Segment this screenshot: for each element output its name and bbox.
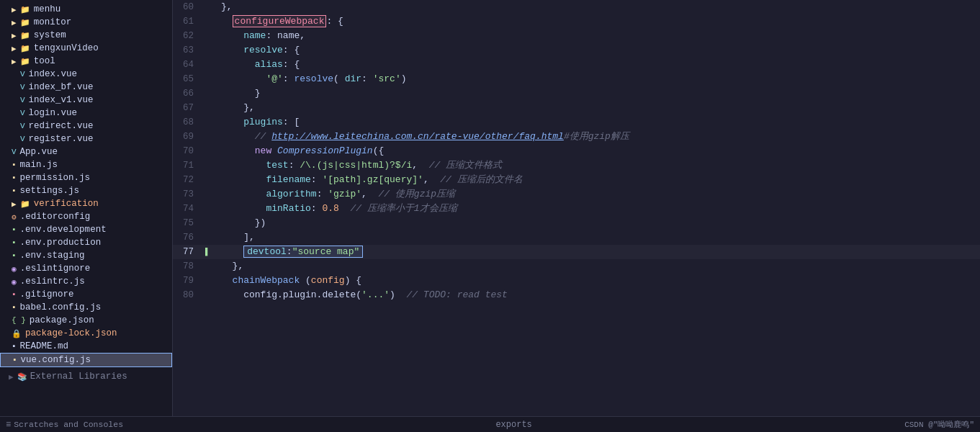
sidebar-item-index-vue[interactable]: V index.vue xyxy=(0,68,172,81)
sidebar-item-eslintignore[interactable]: ◉ .eslintignore xyxy=(0,262,172,275)
table-row: 67 }, xyxy=(173,101,980,115)
line-number: 69 xyxy=(173,130,205,144)
sidebar-item-gitignore[interactable]: ▪ .gitignore xyxy=(0,288,172,301)
line-content: name: name, xyxy=(215,29,980,43)
eslint-file-icon: ◉ xyxy=(12,277,17,287)
sidebar-item-babel-config[interactable]: ▪ babel.config.js xyxy=(0,301,172,314)
line-gutter xyxy=(205,58,215,72)
line-content: } xyxy=(215,86,980,101)
js-file-icon: ▪ xyxy=(12,186,17,195)
sidebar-item-tool[interactable]: ▶ 📁 tool xyxy=(0,55,172,68)
sidebar-item-app-vue[interactable]: V App.vue xyxy=(0,145,172,158)
scratches-label: Scratches and Consoles xyxy=(14,420,123,429)
folder-icon: 📁 xyxy=(20,31,30,40)
line-content: ], xyxy=(215,230,980,245)
git-file-icon: ▪ xyxy=(12,290,17,299)
code-editor[interactable]: 60 }, 61 configureWebpack: { 62 name: na… xyxy=(173,0,980,416)
table-row: 78 }, xyxy=(173,259,980,274)
line-number: 65 xyxy=(173,72,205,86)
line-gutter xyxy=(205,72,215,86)
vue-file-icon: V xyxy=(20,83,25,91)
table-row: 68 plugins: [ xyxy=(173,115,980,130)
table-row: 69 // http://www.leitechina.com.cn/rate-… xyxy=(173,130,980,144)
sidebar-item-settings-js[interactable]: ▪ settings.js xyxy=(0,184,172,197)
file-tree[interactable]: ▶ 📁 menhu ▶ 📁 monitor ▶ 📁 system ▶ 📁 ten… xyxy=(0,0,173,416)
line-content: }) xyxy=(215,216,980,230)
line-gutter xyxy=(205,230,215,245)
scratches-and-consoles-button[interactable]: ≡ Scratches and Consoles xyxy=(6,420,123,430)
sidebar-item-monitor[interactable]: ▶ 📁 monitor xyxy=(0,16,172,29)
vue-file-icon: V xyxy=(12,148,17,156)
sidebar-item-login-vue[interactable]: V login.vue xyxy=(0,107,172,120)
table-row: 62 name: name, xyxy=(173,29,980,43)
line-gutter xyxy=(205,101,215,115)
sidebar-item-label: .editorconfig xyxy=(20,212,169,222)
sidebar-item-label: settings.js xyxy=(20,186,169,196)
sidebar-item-package-lock[interactable]: 🔒 package-lock.json xyxy=(0,327,172,340)
line-gutter xyxy=(205,115,215,130)
chevron-right-icon: ▶ xyxy=(12,57,17,66)
json-file-icon: { } xyxy=(12,316,26,325)
sidebar-item-label: package-lock.json xyxy=(25,328,169,338)
sidebar-item-package-json[interactable]: { } package.json xyxy=(0,314,172,327)
sidebar-item-permission-js[interactable]: ▪ permission.js xyxy=(0,171,172,184)
sidebar-item-label: .eslintrc.js xyxy=(20,276,169,287)
sidebar-item-main-js[interactable]: ▪ main.js xyxy=(0,158,172,171)
line-number: 79 xyxy=(173,274,205,288)
chevron-right-icon: ▶ xyxy=(12,31,17,40)
sidebar-item-label: index_bf.vue xyxy=(29,82,169,92)
status-left: ≡ Scratches and Consoles xyxy=(6,420,123,430)
line-number: 80 xyxy=(173,288,205,302)
eslint-file-icon: ◉ xyxy=(12,264,17,274)
sidebar-item-external-libraries[interactable]: ▶ 📚 External Libraries xyxy=(0,370,172,383)
sidebar-item-readme[interactable]: ▪ README.md xyxy=(0,340,172,353)
line-number: 60 xyxy=(173,0,205,14)
exports-label: exports xyxy=(488,420,539,430)
table-row: 64 alias: { xyxy=(173,58,980,72)
sidebar-item-label: .env.staging xyxy=(20,251,169,261)
sidebar-item-index-v1-vue[interactable]: V index_v1.vue xyxy=(0,94,172,107)
sidebar-item-label: monitor xyxy=(34,17,169,27)
sidebar-item-label: register.vue xyxy=(29,134,169,144)
line-content: plugins: [ xyxy=(215,115,980,130)
line-gutter: ▌ xyxy=(205,245,215,259)
sidebar-item-menhu[interactable]: ▶ 📁 menhu xyxy=(0,3,172,16)
table-row: 72 filename: '[path].gz[query]', // 压缩后的… xyxy=(173,173,980,187)
line-content: alias: { xyxy=(215,58,980,72)
js-file-icon: ▪ xyxy=(12,303,17,312)
line-gutter xyxy=(205,274,215,288)
sidebar-item-eslintrc[interactable]: ◉ .eslintrc.js xyxy=(0,275,172,288)
line-content: }, xyxy=(215,259,980,274)
table-row: 70 new CompressionPlugin({ xyxy=(173,144,980,158)
chevron-right-icon: ▶ xyxy=(12,199,17,209)
sidebar-item-label: vue.config.js xyxy=(21,355,168,365)
line-gutter xyxy=(205,144,215,158)
vue-file-icon: V xyxy=(20,135,25,143)
sidebar-item-vue-config[interactable]: ▪ vue.config.js xyxy=(0,353,172,367)
sidebar-item-env-prod[interactable]: ▪ .env.production xyxy=(0,236,172,249)
sidebar-item-env-staging[interactable]: ▪ .env.staging xyxy=(0,249,172,262)
table-row: 77 ▌ devtool:"source map" xyxy=(173,245,980,259)
line-content: devtool:"source map" xyxy=(215,245,980,259)
sidebar-item-index-bf-vue[interactable]: V index_bf.vue xyxy=(0,81,172,94)
line-number: 70 xyxy=(173,144,205,158)
chevron-right-icon: ▶ xyxy=(12,44,17,53)
line-number: 72 xyxy=(173,173,205,187)
folder-icon: 📁 xyxy=(20,44,30,53)
sidebar-item-system[interactable]: ▶ 📁 system xyxy=(0,29,172,42)
line-number: 75 xyxy=(173,216,205,230)
line-number: 71 xyxy=(173,158,205,173)
sidebar-item-verification[interactable]: ▶ 📁 verification xyxy=(0,197,172,210)
sidebar-item-env-dev[interactable]: ▪ .env.development xyxy=(0,223,172,236)
js-file-icon: ▪ xyxy=(12,356,17,364)
table-row: 66 } xyxy=(173,86,980,101)
folder-icon: 📁 xyxy=(20,5,30,14)
line-content: algorithm: 'gzip', // 使用gzip压缩 xyxy=(215,187,980,202)
sidebar-item-editorconfig[interactable]: ⚙ .editorconfig xyxy=(0,210,172,223)
line-content: '@': resolve( dir: 'src') xyxy=(215,72,980,86)
line-number: 68 xyxy=(173,115,205,130)
sidebar-item-tengxunvideo[interactable]: ▶ 📁 tengxunVideo xyxy=(0,42,172,55)
sidebar-item-redirect-vue[interactable]: V redirect.vue xyxy=(0,120,172,132)
sidebar-item-register-vue[interactable]: V register.vue xyxy=(0,132,172,145)
line-number: 66 xyxy=(173,86,205,101)
